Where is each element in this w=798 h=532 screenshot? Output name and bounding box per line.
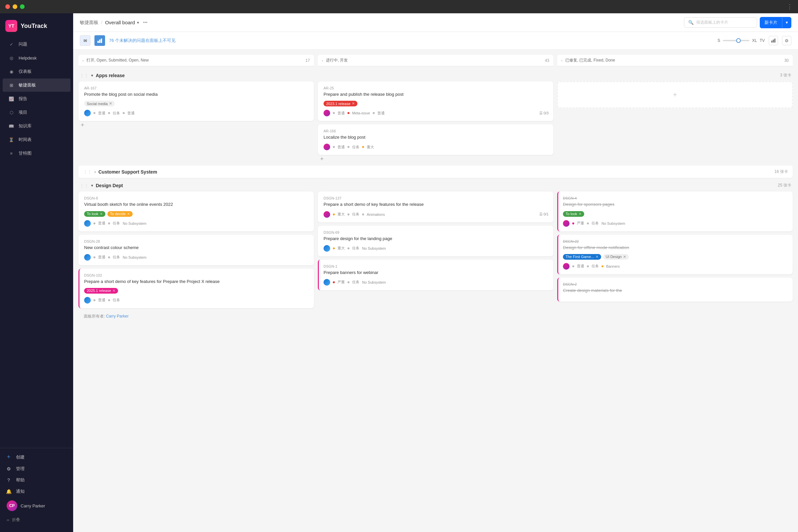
breadcrumb-parent[interactable]: 敏捷面板	[80, 20, 98, 25]
maximize-button[interactable]	[20, 4, 25, 9]
card-avatar	[324, 144, 330, 150]
group-chevron-expand[interactable]: ▾	[91, 183, 93, 188]
sidebar-item-helpdesk[interactable]: ◎ Helpdesk	[3, 51, 71, 64]
create-action[interactable]: + 创建	[3, 451, 71, 463]
tag-to-look[interactable]: To look ✕	[84, 211, 106, 217]
tag-close-icon[interactable]: ✕	[623, 255, 626, 259]
card-DSGN-69[interactable]: DSGN-69 Prepare design for the landing p…	[318, 226, 553, 256]
card-priority: 普通	[577, 264, 584, 269]
group-chevron-expand[interactable]: ▾	[91, 73, 93, 78]
search-box[interactable]: 🔍 筛选面板上的卡片	[684, 17, 757, 27]
new-card-label[interactable]: 新卡片	[760, 17, 782, 28]
warning-message[interactable]: 76 个未解决的问题在面板上不可见	[109, 38, 175, 43]
sidebar-item-reports[interactable]: 📈 报告	[3, 92, 71, 106]
warning-envelope-button[interactable]: ✉	[80, 35, 91, 46]
done-column-design: DSGN-4 Design for sponsors pages To look…	[557, 191, 793, 308]
card-id: AR-167	[84, 86, 309, 90]
help-action[interactable]: ? 帮助	[3, 474, 71, 486]
group-header-customer-support[interactable]: ⋮⋮ › Customer Support System 16 张卡	[78, 166, 793, 178]
warning-chart-button[interactable]	[94, 35, 105, 46]
type-dot	[347, 247, 349, 249]
card-priority: 普通	[98, 221, 106, 226]
tag-close-icon[interactable]: ✕	[109, 101, 112, 106]
sidebar-item-projects[interactable]: ⬡ 项目	[3, 106, 71, 119]
plus-icon: +	[5, 454, 12, 460]
sidebar-item-dashboard[interactable]: ◉ 仪表板	[3, 65, 71, 78]
window-menu[interactable]: ⋮	[787, 3, 793, 10]
chart-view-button[interactable]	[769, 36, 778, 45]
col-chevron-done[interactable]: ‹	[561, 58, 563, 62]
card-DSGN-2[interactable]: DSGN-2 Create design materials for the	[557, 278, 793, 302]
card-DSGN-8[interactable]: DSGN-8 Virtual booth sketch for the onli…	[78, 191, 314, 231]
sidebar-item-timesheet[interactable]: ⏳ 时间表	[3, 133, 71, 146]
priority-dot	[93, 223, 95, 225]
card-AR-167[interactable]: AR-167 Promote the blog post on social m…	[78, 81, 314, 121]
notify-action[interactable]: 🔔 通知	[3, 486, 71, 497]
group-header-design-dept[interactable]: ⋮⋮ ▾ Design Dept 25 张卡	[78, 179, 793, 191]
card-tags: Social media ✕	[84, 101, 309, 107]
card-DSGN-4[interactable]: DSGN-4 Design for sponsors pages To look…	[557, 191, 793, 231]
sidebar-item-issues[interactable]: ✓ 问题	[3, 38, 71, 51]
help-label: 帮助	[16, 477, 25, 483]
sidebar-item-knowledge[interactable]: 📖 知识库	[3, 119, 71, 133]
card-id: DSGN-1	[324, 264, 549, 268]
card-AR-25[interactable]: AR-25 Prepare and publish the release bl…	[318, 81, 553, 121]
col-chevron-inprogress[interactable]: ‹	[322, 58, 323, 62]
close-button[interactable]	[5, 4, 10, 9]
card-subsystem: 普通	[377, 111, 385, 116]
group-chevron-collapsed[interactable]: ›	[94, 170, 96, 174]
card-footer: 重大 任务 Animations ☰ 0/1	[324, 211, 549, 218]
card-type: 任务	[113, 111, 120, 116]
group-header-apps-release[interactable]: ⋮⋮ ▾ Apps release 3 张卡	[78, 69, 793, 81]
owner-link[interactable]: Carry Parker	[106, 314, 129, 319]
user-section[interactable]: CP Carry Parker	[3, 497, 71, 514]
card-avatar	[324, 110, 330, 116]
tag-first-game[interactable]: The First Game... ✕	[563, 254, 601, 260]
add-card-button-done-apps[interactable]: +	[673, 91, 677, 99]
card-DSGN-22[interactable]: DSGN-22 Design for offline mode notifica…	[557, 235, 793, 274]
priority-dot	[333, 247, 335, 249]
tag-close-icon[interactable]: ✕	[100, 212, 103, 216]
tag-2025-release[interactable]: 2025.1 release ✕	[84, 288, 118, 293]
tag-ui-design[interactable]: UI Design ✕	[603, 254, 629, 260]
minimize-button[interactable]	[13, 4, 17, 9]
tag-to-look[interactable]: To look ✕	[563, 211, 584, 217]
tag-close-icon[interactable]: ✕	[352, 101, 355, 106]
sidebar-item-agile[interactable]: ⊞ 敏捷面板	[3, 78, 71, 92]
priority-dot	[93, 299, 95, 301]
card-AR-166[interactable]: AR-166 Localize the blog post 普通 任务 重	[318, 125, 553, 155]
settings-button[interactable]: ⚙	[782, 36, 791, 45]
card-DSGN-137[interactable]: DSGN-137 Prepare a short demo of key fea…	[318, 191, 553, 222]
new-card-button[interactable]: 新卡片 ▾	[760, 17, 791, 28]
tag-close-icon[interactable]: ✕	[127, 212, 130, 216]
board-name-dropdown[interactable]: Overall board ▾	[105, 20, 139, 25]
type-dot	[347, 112, 349, 114]
logo-area[interactable]: YT YouTrack	[0, 17, 73, 37]
card-type: 任务	[113, 298, 120, 303]
drag-handle-icon: ⋮⋮	[80, 73, 89, 78]
manage-action[interactable]: ⚙ 管理	[3, 463, 71, 474]
sidebar-item-gantt[interactable]: ≡ 甘特图	[3, 147, 71, 160]
sidebar-item-label: 时间表	[19, 137, 32, 142]
card-title: New contrast colour scheme	[84, 245, 309, 251]
card-DSGN-1[interactable]: DSGN-1 Prepare banners for webinar 严重 任务…	[318, 260, 553, 290]
window-chrome: ⋮	[0, 0, 798, 13]
card-priority: 普通	[98, 111, 106, 116]
tag-close-icon[interactable]: ✕	[595, 255, 598, 259]
collapse-button[interactable]: ‹‹ 折叠	[3, 514, 71, 525]
new-card-dropdown-arrow[interactable]: ▾	[782, 17, 791, 27]
tag-close-icon[interactable]: ✕	[112, 289, 115, 293]
card-DSGN-102[interactable]: DSGN-102 Prepare a short demo of key fea…	[78, 269, 314, 308]
card-type: 任务	[591, 221, 599, 226]
board-options-button[interactable]: •••	[143, 20, 148, 25]
card-DSGN-28[interactable]: DSGN-28 New contrast colour scheme 普通 任务…	[78, 235, 314, 265]
col-chevron-open[interactable]: ‹	[82, 58, 84, 62]
tag-social-media[interactable]: Social media ✕	[84, 101, 115, 107]
tag-2023-release[interactable]: 2023.1 release ✕	[324, 101, 358, 107]
add-card-button-inprogress-apps[interactable]: +	[318, 155, 326, 163]
size-slider[interactable]	[723, 40, 749, 41]
priority-dot	[333, 146, 335, 148]
tag-to-decide[interactable]: To decide ✕	[108, 211, 133, 217]
tag-close-icon[interactable]: ✕	[578, 212, 582, 216]
add-card-button-open-apps[interactable]: +	[78, 121, 87, 129]
